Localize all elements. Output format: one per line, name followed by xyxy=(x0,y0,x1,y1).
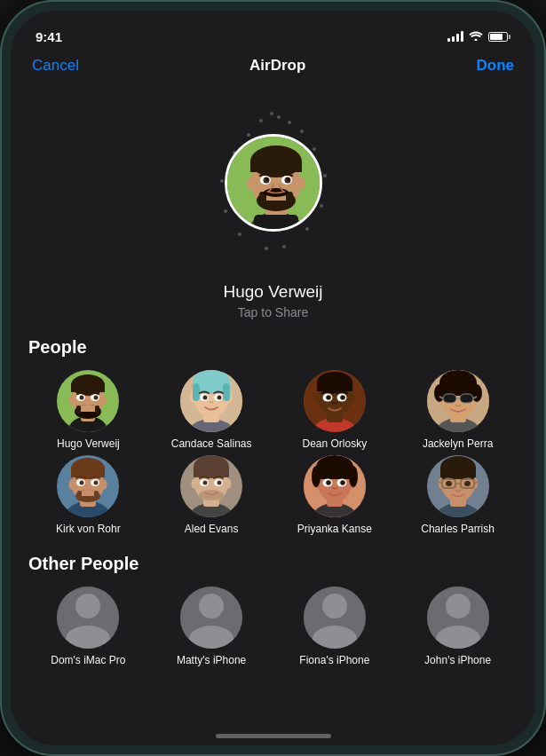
svg-point-129 xyxy=(340,480,345,485)
svg-rect-97 xyxy=(81,496,95,500)
svg-point-26 xyxy=(69,396,75,405)
person-name: Matty's iPhone xyxy=(177,654,246,668)
avatar xyxy=(57,455,119,517)
svg-point-124 xyxy=(312,466,320,487)
svg-rect-109 xyxy=(194,467,229,477)
avatar xyxy=(427,370,489,432)
list-item[interactable]: Priyanka Kanse xyxy=(275,455,395,537)
phone-frame: 9:41 xyxy=(0,0,546,756)
svg-rect-123 xyxy=(316,467,353,479)
avatar xyxy=(427,587,489,649)
home-indicator[interactable] xyxy=(216,734,331,738)
svg-point-113 xyxy=(203,480,208,484)
svg-point-27 xyxy=(101,396,107,405)
other-people-section-title: Other People xyxy=(28,554,518,574)
svg-point-19 xyxy=(284,177,290,184)
svg-point-128 xyxy=(326,480,331,485)
svg-point-68 xyxy=(342,397,344,398)
svg-point-107 xyxy=(226,478,232,489)
svg-rect-62 xyxy=(317,382,352,391)
list-item[interactable]: Hugo Verweij xyxy=(28,370,148,452)
avatar xyxy=(180,587,242,649)
list-item[interactable]: John's iPhone xyxy=(398,587,518,668)
avatar xyxy=(427,455,489,517)
people-grid: Hugo Verweij xyxy=(28,370,518,536)
svg-point-114 xyxy=(218,480,222,484)
svg-point-106 xyxy=(192,478,198,489)
svg-point-59 xyxy=(314,393,320,404)
svg-rect-81 xyxy=(460,394,473,403)
phone-screen: 9:41 xyxy=(11,11,535,745)
svg-rect-77 xyxy=(439,382,477,396)
svg-point-18 xyxy=(263,177,269,184)
avatar xyxy=(57,587,119,649)
list-item[interactable]: Candace Salinas xyxy=(152,370,272,452)
person-name: Jackelyn Perra xyxy=(423,437,493,452)
avatar xyxy=(304,370,366,432)
person-name: Priyanka Kanse xyxy=(297,523,372,537)
person-name: Dom's iMac Pro xyxy=(51,654,125,668)
status-time: 9:41 xyxy=(36,29,62,44)
battery-icon xyxy=(488,32,510,42)
hero-section[interactable]: Hugo Verweij Tap to Share xyxy=(11,85,535,337)
avatar xyxy=(304,455,366,517)
nav-title: AirDrop xyxy=(249,57,305,75)
person-name: John's iPhone xyxy=(424,654,491,668)
avatar xyxy=(180,370,242,432)
signal-icon xyxy=(447,31,463,42)
radar-container xyxy=(185,94,362,272)
other-people-grid: Dom's iMac Pro Matty's iPhone xyxy=(28,587,518,668)
svg-point-52 xyxy=(203,396,208,400)
content-area: People xyxy=(11,337,535,686)
list-item[interactable]: Jackelyn Perra xyxy=(398,370,518,452)
svg-rect-48 xyxy=(193,383,200,401)
list-item[interactable]: Dean Orlosky xyxy=(275,370,395,452)
svg-point-101 xyxy=(94,480,99,484)
svg-rect-92 xyxy=(71,469,105,477)
svg-point-37 xyxy=(80,396,84,400)
svg-point-60 xyxy=(348,393,354,404)
person-name: Candace Salinas xyxy=(171,437,252,452)
svg-rect-137 xyxy=(440,468,476,477)
wifi-icon xyxy=(469,29,483,43)
svg-rect-49 xyxy=(223,383,230,401)
avatar xyxy=(304,587,366,649)
svg-rect-33 xyxy=(95,406,99,413)
list-item[interactable]: Matty's iPhone xyxy=(152,587,272,668)
svg-rect-95 xyxy=(77,491,82,498)
list-item[interactable]: Aled Evans xyxy=(152,455,272,537)
svg-point-6 xyxy=(247,177,256,190)
svg-point-21 xyxy=(287,178,289,180)
svg-point-100 xyxy=(80,480,84,484)
svg-rect-29 xyxy=(71,385,105,392)
status-icons xyxy=(447,29,510,43)
svg-rect-32 xyxy=(76,406,81,413)
svg-rect-80 xyxy=(443,394,456,403)
svg-point-53 xyxy=(218,396,222,400)
svg-point-90 xyxy=(101,479,107,490)
person-name: Hugo Verweij xyxy=(57,437,120,452)
hero-avatar[interactable] xyxy=(225,134,322,232)
cancel-button[interactable]: Cancel xyxy=(32,57,79,75)
person-name: Dean Orlosky xyxy=(303,437,368,452)
svg-point-89 xyxy=(69,479,75,490)
svg-point-38 xyxy=(94,396,99,400)
svg-rect-34 xyxy=(80,412,96,417)
person-name: Aled Evans xyxy=(185,523,239,537)
svg-rect-14 xyxy=(265,201,288,209)
hero-subtitle: Tap to Share xyxy=(238,305,308,319)
list-item[interactable]: Fiona's iPhone xyxy=(275,587,395,668)
svg-point-125 xyxy=(349,466,358,487)
svg-point-143 xyxy=(446,481,452,486)
svg-rect-9 xyxy=(250,161,302,172)
status-bar: 9:41 xyxy=(11,11,535,50)
svg-point-20 xyxy=(265,178,267,180)
svg-point-67 xyxy=(328,397,329,398)
list-item[interactable]: Charles Parrish xyxy=(398,455,518,537)
done-button[interactable]: Done xyxy=(476,57,514,75)
svg-point-7 xyxy=(297,177,305,190)
person-name: Fiona's iPhone xyxy=(299,654,369,668)
list-item[interactable]: Kirk von Rohr xyxy=(28,455,148,537)
list-item[interactable]: Dom's iMac Pro xyxy=(28,587,148,668)
svg-point-144 xyxy=(464,481,471,486)
